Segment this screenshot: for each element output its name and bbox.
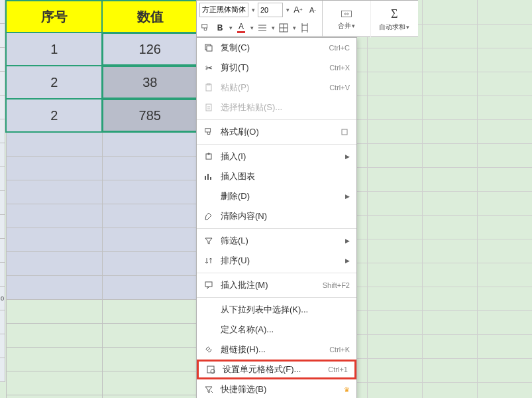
submenu-arrow-icon: ▶ [345,257,350,264]
floating-toolbar: ▾ ▾ A+ A- B ▾ A▾ ▾ ▾ 合并▾ Σ 自动求和▾ [196,0,418,37]
svg-rect-10 [342,129,347,135]
filter-icon [203,236,214,245]
menu-delete[interactable]: 删除(D) ▶ [197,186,356,206]
menu-sort[interactable]: 排序(U) ▶ [197,251,356,271]
format-painter-target-icon [339,127,350,137]
clear-icon [203,212,214,221]
menu-hyperlink[interactable]: 超链接(H)... Ctrl+K [197,340,356,360]
cell-style-button[interactable] [299,21,311,34]
menu-clear[interactable]: 清除内容(N) [197,206,356,226]
svg-rect-9 [205,129,211,132]
autosum-button[interactable]: Σ 自动求和▾ [370,1,419,38]
font-name-input[interactable] [199,3,248,17]
row-header-strip: 0 [0,0,5,398]
borders-button[interactable] [278,21,290,34]
context-menu: 复制(C) Ctrl+C ✂ 剪切(T) Ctrl+X 粘贴(P) Ctrl+V… [196,37,357,398]
chart-icon [203,172,214,181]
chevron-down-icon[interactable]: ▾ [272,25,275,31]
increase-font-button[interactable]: A+ [292,3,304,17]
insert-icon [203,152,214,161]
menu-copy[interactable]: 复制(C) Ctrl+C [197,38,356,58]
autosum-label: 自动求和 [379,23,405,31]
svg-rect-5 [207,46,212,51]
font-size-input[interactable] [258,3,283,17]
cell-value[interactable]: 126 [102,33,198,66]
menu-paste-special: 选择性粘贴(S)... [197,98,356,117]
sort-icon [203,256,214,265]
paste-icon [203,83,214,92]
svg-rect-0 [202,24,207,27]
menu-comment[interactable]: 插入批注(M) Shift+F2 [197,275,356,295]
submenu-arrow-icon: ▶ [345,237,350,244]
col-header-value[interactable]: 数值 [102,1,198,33]
bold-button[interactable]: B [214,21,226,34]
chevron-down-icon[interactable]: ▾ [229,25,233,31]
align-button[interactable] [256,21,268,34]
paste-special-icon [203,103,214,112]
copy-icon [203,43,214,52]
col-header-index[interactable]: 序号 [6,1,102,33]
menu-quick-filter[interactable]: 快捷筛选(B) ♛ [197,379,356,398]
spreadsheet-app: 序号 数值 1 126 2 38 2 785 [0,0,532,398]
quick-filter-icon [203,385,214,394]
menu-define-name[interactable]: 定义名称(A)... [197,320,356,340]
premium-crown-icon: ♛ [344,386,350,393]
font-color-button[interactable]: A [235,21,247,34]
chevron-down-icon[interactable]: ▾ [286,7,290,13]
merge-label: 合并 [338,22,351,29]
cell-index[interactable]: 2 [6,99,102,132]
cut-icon: ✂ [203,63,214,73]
menu-format-painter[interactable]: 格式刷(O) [197,122,356,142]
menu-insert[interactable]: 插入(I) ▶ [197,147,356,166]
svg-rect-8 [206,104,211,111]
format-painter-icon [203,127,214,137]
chevron-down-icon[interactable]: ▾ [252,7,255,13]
menu-filter[interactable]: 筛选(L) ▶ [197,231,356,251]
menu-paste: 粘贴(P) Ctrl+V [197,78,356,98]
data-table[interactable]: 序号 数值 1 126 2 38 2 785 [5,0,199,398]
submenu-arrow-icon: ▶ [345,153,350,160]
menu-insert-chart[interactable]: 插入图表 [197,166,356,186]
cell-value[interactable]: 785 [102,99,198,132]
chevron-down-icon[interactable]: ▾ [250,25,254,31]
comment-icon [203,281,214,290]
link-icon [203,345,214,354]
cell-value[interactable]: 38 [102,66,198,99]
chevron-down-icon[interactable]: ▾ [293,25,296,31]
cell-index[interactable]: 1 [6,33,102,66]
svg-rect-12 [205,282,212,287]
format-painter-icon[interactable] [199,21,211,34]
cell-index[interactable]: 2 [6,66,102,99]
format-cells-icon [205,365,216,374]
menu-dropdown-list[interactable]: 从下拉列表中选择(K)... [197,300,356,320]
merge-cells-button[interactable]: 合并▾ [323,1,370,38]
decrease-font-button[interactable]: A- [307,3,319,17]
svg-rect-2 [302,25,307,31]
menu-format-cells[interactable]: 设置单元格格式(F)... Ctrl+1 [197,360,356,379]
submenu-arrow-icon: ▶ [345,193,350,200]
menu-cut[interactable]: ✂ 剪切(T) Ctrl+X [197,58,356,78]
